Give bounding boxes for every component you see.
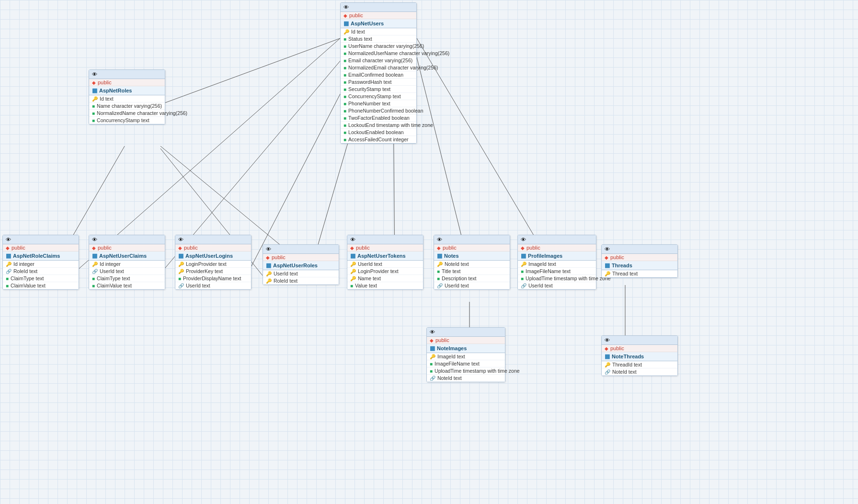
table-aspnetusers[interactable]: 👁 ◆ public ▦ AspNetUsers 🔑Id text ■Statu… [340,2,417,144]
tablename-aspnetroleclaims: ▦ AspNetRoleClaims [3,252,79,261]
table-header-threads: 👁 [602,245,677,254]
key-icon: 🔑 [605,362,610,367]
field-row: ■Status text [341,35,416,43]
key-icon: 🔑 [92,262,98,267]
field-row: ■Value text [347,282,423,289]
key-icon: 🔑 [343,29,349,34]
key-icon: 🔑 [92,96,98,102]
table-header-aspnetuserroles: 👁 [263,245,339,254]
table-aspnetuserlogins[interactable]: 👁 ◆ public ▦ AspNetUserLogins 🔑LoginProv… [175,235,252,290]
field-row: ■Title text [434,268,510,275]
field-icon: ■ [343,101,346,106]
tablename-profileimages: ▦ ProfileImages [518,252,596,261]
table-header-profileimages: 👁 [518,235,596,244]
field-icon: ■ [343,51,346,56]
eye-icon: 👁 [178,237,183,242]
table-aspnetuserroles[interactable]: 👁 ◆ public ▦ AspNetUserRoles 🔑UserId tex… [263,244,339,285]
tablename-aspnetuserclaims: ▦ AspNetUserClaims [89,252,165,261]
field-icon: ■ [521,269,524,274]
table-header-notethreads: 👁 [602,336,677,345]
field-icon: ■ [430,368,433,374]
table-aspnetroleclaims[interactable]: 👁 ◆ public ▦ AspNetRoleClaims 🔑Id intege… [2,235,79,290]
table-header-aspnetuserclaims: 👁 [89,235,165,244]
table-aspnetuserclaims[interactable]: 👁 ◆ public ▦ AspNetUserClaims 🔑Id intege… [89,235,165,290]
table-header-aspnetusers: 👁 [341,3,416,12]
diamond-icon: ◆ [437,245,441,251]
field-row: ■Name character varying(256) [89,103,165,110]
field-icon: ■ [6,276,9,281]
table-threads[interactable]: 👁 ◆ public ▦ Threads 🔑Thread text [601,244,678,278]
table-icon: ▦ [266,262,271,269]
svg-line-0 [160,38,340,104]
field-row: 🔑UserId text [263,270,339,277]
eye-icon: 👁 [350,237,355,242]
field-icon: ■ [350,283,353,288]
field-row: ■ProviderDisplayName text [175,275,251,282]
table-profileimages[interactable]: 👁 ◆ public ▦ ProfileImages 🔑ImageId text… [517,235,596,290]
field-icon: ■ [343,58,346,63]
eye-icon: 👁 [430,329,435,335]
key-icon: 🔑 [350,269,356,274]
schema-aspnetroleclaims: ◆ public [3,244,79,252]
tablename-aspnetuserroles: ▦ AspNetUserRoles [263,261,339,270]
field-row: ■ImageFileName text [427,360,505,367]
field-row: 🔗UserId text [518,282,596,289]
diamond-icon: ◆ [6,245,10,251]
field-row: 🔑Id text [89,95,165,103]
field-icon: ■ [178,276,181,281]
field-row: 🔑Id integer [89,261,165,268]
eye-icon: 👁 [92,71,97,77]
schema-aspnetuserclaims: ◆ public [89,244,165,252]
field-icon: ■ [343,123,346,128]
field-icon: ■ [343,137,346,142]
table-aspnetroles[interactable]: 👁 ◆ public ▦ AspNetRoles 🔑Id text ■Name … [89,69,165,125]
field-icon: ■ [92,118,95,123]
field-icon: ■ [437,269,440,274]
diamond-icon: ◆ [430,338,434,343]
field-row: 🔑LoginProvider text [347,268,423,275]
key-icon: 🔑 [605,271,610,276]
field-icon: ■ [343,130,346,135]
schema-notes: ◆ public [434,244,510,252]
key-icon: 🔑 [6,262,11,267]
field-row: ■ClaimType text [89,275,165,282]
field-row: ■ConcurrencyStamp text [89,117,165,124]
table-aspnetusertokens[interactable]: 👁 ◆ public ▦ AspNetUserTokens 🔑UserId te… [347,235,423,290]
field-row: ■SecurityStamp text [341,86,416,93]
table-notethreads[interactable]: 👁 ◆ public ▦ NoteThreads 🔑ThreadId text … [601,335,678,376]
field-icon: ■ [343,108,346,114]
schema-noteimages: ◆ public [427,337,505,344]
table-header-noteimages: 👁 [427,328,505,337]
field-row: 🔑RoleId text [263,277,339,285]
table-noteimages[interactable]: 👁 ◆ public ▦ NoteImages 🔑ImageId text ■I… [426,327,505,382]
key-icon: 🔑 [178,269,184,274]
table-icon: ▦ [6,252,11,259]
table-icon-aspnetusers: ▦ [343,20,349,27]
key-icon: 🔑 [521,262,526,267]
field-row: ■NormalizedUserName character varying(25… [341,50,416,57]
field-icon: ■ [430,361,433,367]
field-icon: ■ [343,44,346,49]
key-icon: 🔑 [266,271,272,276]
field-row: 🔑LoginProvider text [175,261,251,268]
svg-line-7 [417,38,553,268]
field-row: 🔗RoleId text [3,268,79,275]
field-row: ■ClaimType text [3,275,79,282]
fk-icon: 🔗 [430,376,435,381]
field-row: 🔑ThreadId text [602,361,677,368]
fk-icon: 🔗 [521,283,526,288]
field-icon: ■ [343,65,346,70]
diamond-icon: ◆ [605,346,608,351]
fk-icon: 🔗 [178,283,184,288]
field-row: 🔑ImageId text [518,261,596,268]
field-row: 🔑ProviderKey text [175,268,251,275]
field-row: 🔗UserId text [175,282,251,289]
eye-icon: 👁 [521,237,526,242]
field-row: ■PasswordHash text [341,79,416,86]
field-row: ■UserName character varying(256) [341,43,416,50]
key-icon: 🔑 [178,262,184,267]
table-header-aspnetroles: 👁 [89,70,165,79]
field-icon: ■ [92,103,95,109]
table-notes[interactable]: 👁 ◆ public ▦ Notes 🔑NoteId text ■Title t… [434,235,510,290]
field-row: 🔗NoteId text [602,368,677,376]
